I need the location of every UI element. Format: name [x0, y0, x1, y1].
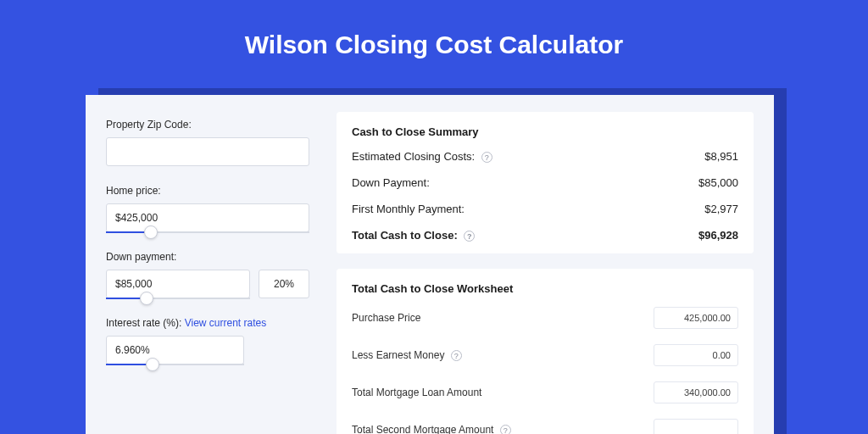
interest-slider[interactable] [106, 336, 244, 364]
home-price-field-group: Home price: [106, 185, 309, 232]
help-icon[interactable]: ? [500, 425, 511, 434]
zip-input[interactable] [106, 137, 309, 166]
interest-input[interactable] [106, 336, 244, 364]
help-icon[interactable]: ? [464, 231, 475, 242]
worksheet-value[interactable]: 425,000.00 [654, 307, 738, 329]
summary-value: $85,000 [698, 176, 738, 189]
interest-label-text: Interest rate (%): [106, 317, 181, 329]
down-payment-field-group: Down payment: 20% [106, 251, 309, 298]
summary-label: Estimated Closing Costs: [352, 150, 475, 163]
summary-total-row: Total Cash to Close: ? $96,928 [352, 229, 738, 242]
calculator-card: Property Zip Code: Home price: Down paym… [86, 95, 774, 434]
worksheet-label: Less Earnest Money [352, 349, 444, 361]
worksheet-label: Total Mortgage Loan Amount [352, 387, 481, 398]
summary-total-value: $96,928 [698, 229, 738, 242]
worksheet-value[interactable] [654, 419, 738, 434]
view-rates-link[interactable]: View current rates [185, 317, 267, 329]
home-price-label: Home price: [106, 185, 309, 197]
down-payment-input[interactable] [106, 270, 250, 298]
summary-title: Cash to Close Summary [352, 125, 738, 138]
home-price-slider[interactable] [106, 203, 309, 232]
interest-label: Interest rate (%): View current rates [106, 317, 309, 329]
summary-label: First Monthly Payment: [352, 203, 465, 215]
worksheet-row: Total Second Mortgage Amount ? [352, 419, 738, 434]
summary-panel: Cash to Close Summary Estimated Closing … [337, 112, 754, 253]
worksheet-row: Less Earnest Money ? 0.00 [352, 344, 738, 366]
worksheet-label: Total Second Mortgage Amount [352, 424, 493, 434]
worksheet-row: Total Mortgage Loan Amount 340,000.00 [352, 381, 738, 403]
help-icon[interactable]: ? [451, 350, 462, 361]
worksheet-title: Total Cash to Close Worksheet [352, 282, 738, 295]
summary-value: $2,977 [704, 203, 738, 215]
summary-row: Down Payment: $85,000 [352, 176, 738, 189]
slider-thumb[interactable] [146, 358, 159, 371]
worksheet-label: Purchase Price [352, 312, 420, 324]
help-icon[interactable]: ? [481, 152, 492, 163]
zip-label: Property Zip Code: [106, 119, 309, 131]
summary-total-label: Total Cash to Close: [352, 229, 458, 242]
worksheet-value[interactable]: 340,000.00 [654, 381, 738, 403]
page-title: Wilson Closing Cost Calculator [0, 0, 868, 80]
zip-field-group: Property Zip Code: [106, 119, 309, 166]
inputs-column: Property Zip Code: Home price: Down paym… [86, 95, 330, 434]
summary-row: First Monthly Payment: $2,977 [352, 203, 738, 215]
down-payment-slider[interactable] [106, 270, 250, 298]
down-payment-percent[interactable]: 20% [259, 270, 309, 298]
results-column: Cash to Close Summary Estimated Closing … [330, 95, 774, 434]
worksheet-value[interactable]: 0.00 [654, 344, 738, 366]
interest-field-group: Interest rate (%): View current rates [106, 317, 309, 364]
slider-thumb[interactable] [140, 292, 153, 305]
summary-row: Estimated Closing Costs: ? $8,951 [352, 150, 738, 163]
slider-thumb[interactable] [144, 225, 158, 239]
worksheet-panel: Total Cash to Close Worksheet Purchase P… [337, 269, 754, 434]
home-price-input[interactable] [106, 203, 309, 232]
summary-label: Down Payment: [352, 176, 430, 189]
down-payment-label: Down payment: [106, 251, 309, 263]
worksheet-row: Purchase Price 425,000.00 [352, 307, 738, 329]
summary-value: $8,951 [704, 150, 738, 163]
